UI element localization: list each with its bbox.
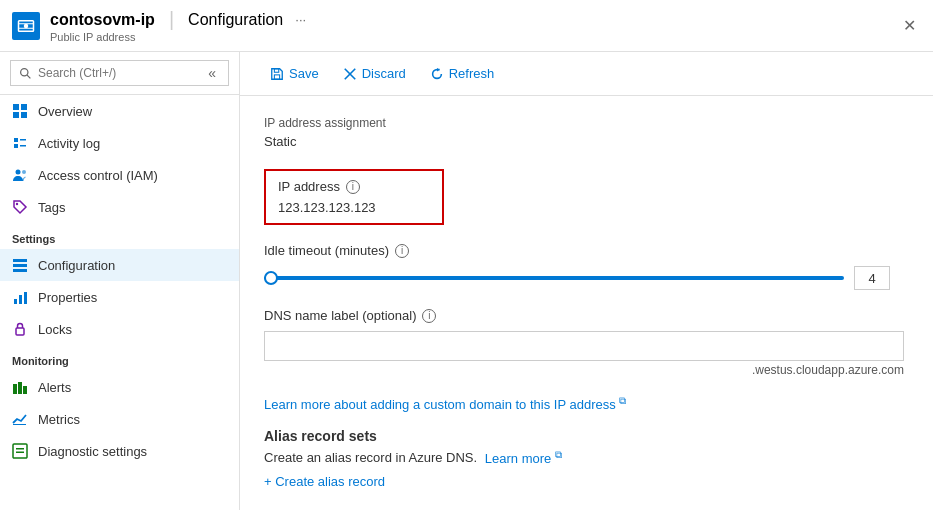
svg-rect-9 bbox=[20, 139, 26, 141]
svg-rect-7 bbox=[21, 112, 27, 118]
svg-rect-28 bbox=[16, 452, 24, 454]
grid-icon bbox=[12, 103, 28, 119]
sidebar-item-tags[interactable]: Tags bbox=[0, 191, 239, 223]
page-name: Configuration bbox=[188, 11, 283, 29]
dns-label: DNS name label (optional) bbox=[264, 308, 416, 323]
ip-label-row: IP address i bbox=[278, 179, 430, 194]
sidebar-item-alerts[interactable]: Alerts bbox=[0, 371, 239, 403]
settings-header: Settings bbox=[0, 223, 239, 249]
svg-rect-23 bbox=[18, 382, 22, 394]
metrics-label: Metrics bbox=[38, 412, 80, 427]
diagnostic-label: Diagnostic settings bbox=[38, 444, 147, 459]
external-link-icon: ⧉ bbox=[619, 395, 626, 406]
list-icon bbox=[12, 135, 28, 151]
dns-suffix: .westus.cloudapp.azure.com bbox=[264, 363, 904, 377]
alerts-label: Alerts bbox=[38, 380, 71, 395]
ip-address-icon bbox=[17, 17, 35, 35]
search-box: « bbox=[0, 52, 239, 95]
sidebar-item-metrics[interactable]: Metrics bbox=[0, 403, 239, 435]
alias-desc: Create an alias record in Azure DNS. Lea… bbox=[264, 448, 909, 465]
properties-label: Properties bbox=[38, 290, 97, 305]
refresh-button[interactable]: Refresh bbox=[420, 62, 505, 85]
search-wrap[interactable]: « bbox=[10, 60, 229, 86]
svg-rect-10 bbox=[14, 144, 18, 148]
save-label: Save bbox=[289, 66, 319, 81]
ip-assignment-value: Static bbox=[264, 134, 909, 149]
alias-title: Alias record sets bbox=[264, 428, 909, 444]
access-control-icon bbox=[12, 167, 28, 183]
ip-info-icon[interactable]: i bbox=[346, 180, 360, 194]
svg-rect-21 bbox=[16, 328, 24, 335]
alert-icon bbox=[12, 379, 28, 395]
svg-rect-4 bbox=[13, 104, 19, 110]
monitoring-header: Monitoring bbox=[0, 345, 239, 371]
locks-label: Locks bbox=[38, 322, 72, 337]
sidebar-item-properties[interactable]: Properties bbox=[0, 281, 239, 313]
ip-address-value: 123.123.123.123 bbox=[278, 200, 430, 215]
search-input[interactable] bbox=[38, 66, 204, 80]
ellipsis-menu[interactable]: ··· bbox=[295, 12, 306, 27]
idle-timeout-info-icon[interactable]: i bbox=[395, 244, 409, 258]
diagnostic-icon bbox=[12, 443, 28, 459]
overview-icon bbox=[12, 103, 28, 119]
svg-point-2 bbox=[21, 68, 28, 75]
alias-desc-text: Create an alias record in Azure DNS. bbox=[264, 451, 477, 466]
dns-section: DNS name label (optional) i .westus.clou… bbox=[264, 308, 909, 377]
activity-log-label: Activity log bbox=[38, 136, 100, 151]
idle-timeout-label-row: Idle timeout (minutes) i bbox=[264, 243, 909, 258]
people-icon bbox=[12, 167, 28, 183]
svg-rect-22 bbox=[13, 384, 17, 394]
discard-button[interactable]: Discard bbox=[333, 62, 416, 85]
title-separator: | bbox=[169, 8, 174, 31]
title-bar: contosovm-ip | Configuration ··· Public … bbox=[0, 0, 933, 52]
activity-log-icon bbox=[12, 135, 28, 151]
overview-label: Overview bbox=[38, 104, 92, 119]
dns-info-icon[interactable]: i bbox=[422, 309, 436, 323]
ip-assignment-label: IP address assignment bbox=[264, 116, 909, 130]
dns-name-input[interactable] bbox=[264, 331, 904, 361]
slider-wrap: 4 bbox=[264, 266, 909, 290]
ip-address-label: IP address bbox=[278, 179, 340, 194]
svg-point-12 bbox=[16, 170, 21, 175]
collapse-button[interactable]: « bbox=[204, 65, 220, 81]
svg-rect-6 bbox=[13, 112, 19, 118]
save-button[interactable]: Save bbox=[260, 62, 329, 85]
svg-point-14 bbox=[16, 203, 18, 205]
tags-label: Tags bbox=[38, 200, 65, 215]
diagnostic-settings-icon bbox=[12, 443, 28, 459]
svg-line-3 bbox=[27, 75, 30, 78]
resource-name: contosovm-ip bbox=[50, 11, 155, 29]
idle-timeout-slider[interactable] bbox=[264, 276, 844, 280]
svg-rect-17 bbox=[13, 269, 27, 272]
alias-learn-more-link[interactable]: Learn more ⧉ bbox=[485, 451, 562, 466]
tag-icon bbox=[12, 199, 28, 215]
svg-rect-8 bbox=[14, 138, 18, 142]
sidebar-item-overview[interactable]: Overview bbox=[0, 95, 239, 127]
sidebar-item-locks[interactable]: Locks bbox=[0, 313, 239, 345]
alias-section: Alias record sets Create an alias record… bbox=[264, 428, 909, 488]
learn-more-text: Learn more about adding a custom domain … bbox=[264, 397, 616, 412]
sidebar-item-activity-log[interactable]: Activity log bbox=[0, 127, 239, 159]
learn-more-section: Learn more about adding a custom domain … bbox=[264, 395, 909, 412]
sidebar-item-diagnostic[interactable]: Diagnostic settings bbox=[0, 435, 239, 467]
learn-more-link[interactable]: Learn more about adding a custom domain … bbox=[264, 397, 626, 412]
close-button[interactable]: ✕ bbox=[897, 14, 921, 38]
alerts-icon bbox=[12, 379, 28, 395]
configuration-label: Configuration bbox=[38, 258, 115, 273]
sidebar-item-access-control[interactable]: Access control (IAM) bbox=[0, 159, 239, 191]
search-icon bbox=[19, 67, 32, 80]
refresh-label: Refresh bbox=[449, 66, 495, 81]
discard-label: Discard bbox=[362, 66, 406, 81]
config-icon bbox=[12, 257, 28, 273]
create-alias-link[interactable]: + Create alias record bbox=[264, 474, 385, 489]
svg-rect-16 bbox=[13, 264, 27, 267]
svg-point-1 bbox=[24, 23, 29, 28]
svg-rect-24 bbox=[23, 386, 27, 394]
sidebar: « Overview bbox=[0, 52, 240, 510]
ip-address-box: IP address i 123.123.123.123 bbox=[264, 169, 444, 225]
title-bar-text: contosovm-ip | Configuration ··· Public … bbox=[50, 8, 897, 43]
sidebar-item-configuration[interactable]: Configuration bbox=[0, 249, 239, 281]
metrics-icon bbox=[12, 411, 28, 427]
dns-label-row: DNS name label (optional) i bbox=[264, 308, 909, 323]
svg-rect-27 bbox=[16, 448, 24, 450]
